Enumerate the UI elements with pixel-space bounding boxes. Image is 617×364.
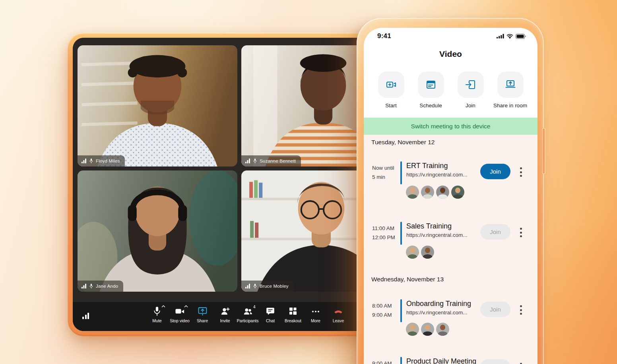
status-time: 9:41 <box>377 32 391 40</box>
meeting-time: Now until 5 min <box>372 163 401 182</box>
connection-quality-icon <box>81 159 87 163</box>
attendee-avatars <box>406 323 449 336</box>
join-button[interactable]: Join <box>480 302 510 317</box>
video-grid: Floyd Miles <box>78 45 375 292</box>
video-feed-image <box>78 170 237 292</box>
avatar <box>406 246 419 259</box>
battery-icon <box>516 34 526 39</box>
attendee-avatars <box>406 186 464 199</box>
video-actions: Start Schedule <box>364 72 537 108</box>
connection-quality-icon <box>245 159 250 163</box>
participant-name-chip: Suzanne Bennett <box>241 155 301 167</box>
invite-button[interactable]: Invite <box>214 302 237 331</box>
join-button[interactable]: Join <box>480 359 510 364</box>
participant-count-badge: 4 <box>253 305 256 309</box>
mic-icon <box>253 158 257 164</box>
meeting-url: https://v.ringcentral.com... <box>406 310 471 316</box>
wifi-icon <box>506 34 513 39</box>
video-camera-icon <box>175 306 185 316</box>
invite-person-icon <box>220 306 230 316</box>
schedule-meeting-button[interactable]: Schedule <box>411 72 451 108</box>
attendee-avatars <box>406 246 434 259</box>
start-meeting-icon <box>385 78 398 91</box>
leave-button[interactable]: Leave <box>327 302 350 331</box>
meeting-accent-bar <box>400 357 402 364</box>
meeting-url: https://v.ringcentral.com... <box>406 232 468 238</box>
meeting-time: 8:00 AM 9:00 AM <box>372 301 401 319</box>
more-button[interactable]: More <box>305 302 327 331</box>
join-meeting-button[interactable]: Join <box>451 72 491 108</box>
participant-name: Jane Ando <box>96 284 118 288</box>
tablet-screen: Floyd Miles <box>73 38 375 331</box>
meeting-accent-bar <box>400 299 402 322</box>
participant-name: Floyd Miles <box>96 159 120 163</box>
meeting-row: 9:00 AM Product Daily Meeting Join <box>364 357 537 364</box>
meeting-time: 11:00 AM 12:00 PM <box>372 224 401 242</box>
share-screen-button[interactable]: Share <box>191 302 214 331</box>
avatar <box>436 186 449 199</box>
participant-name: Suzanne Bennett <box>260 159 296 163</box>
meeting-accent-bar <box>400 161 402 184</box>
participant-name-chip: Floyd Miles <box>78 155 125 167</box>
connection-quality-icon <box>81 284 87 288</box>
meeting-options-menu-icon[interactable] <box>519 362 523 364</box>
meeting-options-menu-icon[interactable] <box>519 167 523 178</box>
stop-video-button[interactable]: Stop video <box>169 302 191 331</box>
mic-icon <box>253 283 257 289</box>
meeting-list[interactable]: Tuesday, November 12 Now until 5 min ERT… <box>364 135 537 364</box>
avatar <box>421 323 434 336</box>
participant-name-chip: Bruce Mobley <box>241 281 294 292</box>
meeting-time: 9:00 AM <box>372 359 401 364</box>
meeting-row: Now until 5 min ERT Training https://v.r… <box>364 161 537 184</box>
meeting-options-menu-icon[interactable] <box>519 304 523 316</box>
more-dots-icon <box>311 307 320 316</box>
avatar <box>451 186 464 199</box>
chat-button[interactable]: Chat <box>259 302 282 331</box>
participants-button[interactable]: 4 Participants <box>237 302 259 331</box>
video-tile-suzanne: Suzanne Bennett <box>241 45 375 167</box>
breakout-button[interactable]: Breakout <box>282 302 305 331</box>
video-tile-jane: Jane Ando <box>78 170 237 292</box>
mic-icon <box>89 158 93 164</box>
phone-screen: 9:41 <box>364 28 537 364</box>
tablet-device: Floyd Miles <box>68 33 380 336</box>
switch-meeting-banner[interactable]: Switch meeting to this device <box>364 118 537 135</box>
join-button[interactable]: Join <box>480 164 510 179</box>
video-tile-bruce: Bruce Mobley <box>241 170 375 292</box>
phone-device: 9:41 <box>357 18 544 364</box>
participant-name-chip: Jane Ando <box>78 281 123 292</box>
schedule-icon <box>425 78 437 91</box>
start-meeting-button[interactable]: Start <box>371 72 411 108</box>
date-header: Wednesday, November 13 <box>371 276 444 283</box>
mic-icon <box>89 283 93 289</box>
join-button[interactable]: Join <box>480 224 510 240</box>
avatar <box>421 186 434 199</box>
meeting-options-menu-icon[interactable] <box>519 227 523 238</box>
connection-quality-icon <box>245 284 250 288</box>
microphone-icon <box>153 306 161 316</box>
avatar <box>406 323 419 336</box>
meeting-url: https://v.ringcentral.com... <box>406 172 468 178</box>
video-tile-floyd: Floyd Miles <box>78 45 237 167</box>
join-meeting-icon <box>464 78 477 91</box>
status-bar: 9:41 <box>377 31 526 41</box>
chevron-up-icon <box>184 305 188 308</box>
cellular-signal-icon <box>497 34 504 39</box>
video-feed-image <box>241 170 375 292</box>
chevron-up-icon <box>161 305 165 308</box>
meeting-accent-bar <box>400 222 402 245</box>
meeting-title: ERT Training <box>406 162 468 170</box>
page-title: Video <box>364 49 537 59</box>
participants-icon <box>243 306 253 316</box>
meeting-title: Product Daily Meeting <box>406 357 476 364</box>
avatar <box>406 186 419 199</box>
mute-button[interactable]: Mute <box>146 302 169 331</box>
share-in-room-icon <box>504 78 517 91</box>
phone-side-button[interactable] <box>542 128 545 174</box>
chat-icon <box>266 306 275 316</box>
share-in-room-button[interactable]: Share in room <box>491 72 530 108</box>
share-screen-icon <box>198 306 208 316</box>
participant-name: Bruce Mobley <box>260 284 289 288</box>
leave-call-icon <box>333 307 343 316</box>
meeting-toolbar: Mute Stop video <box>73 302 375 331</box>
